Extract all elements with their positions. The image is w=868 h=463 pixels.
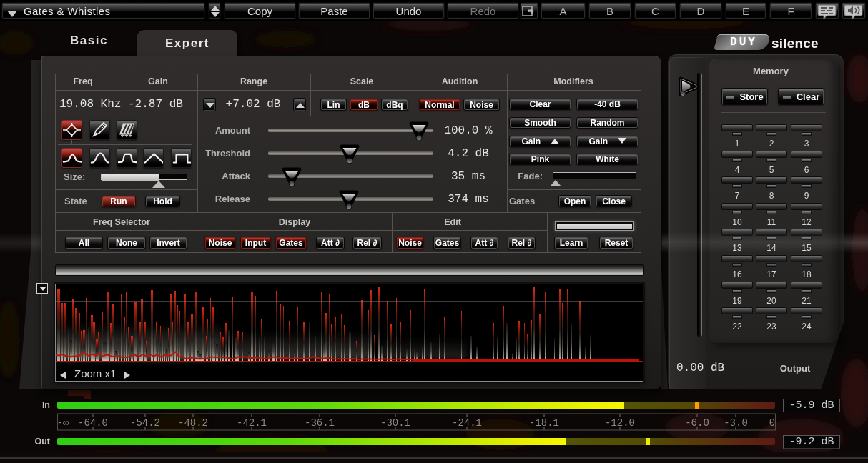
svg-text:-∞: -∞ — [57, 417, 69, 429]
svg-text:-12.0: -12.0 — [605, 417, 635, 429]
svg-text:-42.1: -42.1 — [237, 417, 267, 429]
svg-text:-3.0: -3.0 — [724, 417, 748, 429]
svg-text:-48.2: -48.2 — [178, 417, 208, 429]
svg-text:-6.0: -6.0 — [685, 417, 709, 429]
svg-text:-36.1: -36.1 — [305, 417, 335, 429]
svg-text:-54.2: -54.2 — [130, 417, 160, 429]
svg-text:0: 0 — [769, 417, 775, 429]
svg-text:-18.1: -18.1 — [529, 417, 559, 429]
svg-text:-64.0: -64.0 — [78, 417, 108, 429]
svg-text:-30.1: -30.1 — [380, 417, 410, 429]
svg-text:-24.1: -24.1 — [452, 417, 482, 429]
